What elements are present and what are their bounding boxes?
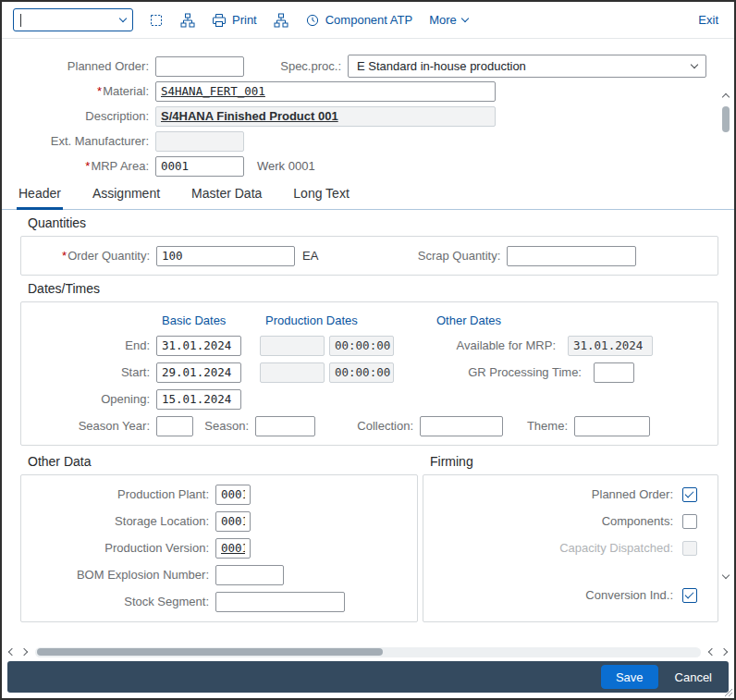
production-plant-label: Production Plant: — [29, 487, 215, 501]
collection-input[interactable] — [420, 416, 503, 436]
dates-times-box: Basic Dates Production Dates Other Dates… — [20, 301, 718, 446]
tab-long-text[interactable]: Long Text — [291, 180, 350, 209]
quantities-section: Quantities *Order Quantity: EA Scrap Qua… — [20, 215, 718, 276]
hierarchy-icon — [274, 13, 288, 28]
ext-manufacturer-label: Ext. Manufacturer: — [17, 134, 155, 148]
other-dates-header: Other Dates — [436, 313, 501, 327]
hscroll-right-arrows[interactable] — [707, 649, 729, 655]
toolbar: Print Component ATP More Exit — [2, 2, 734, 39]
stock-segment-input[interactable] — [215, 592, 345, 612]
horizontal-scroll-track[interactable] — [35, 647, 701, 657]
production-version-row: Production Version: — [29, 534, 410, 561]
printer-icon — [212, 13, 227, 28]
stock-segment-row: Stock Segment: — [29, 588, 410, 615]
more-button[interactable]: More — [428, 11, 469, 29]
season-row: Season Year: Season: Collection: Theme: — [29, 412, 710, 439]
start-production-date-field — [260, 362, 325, 383]
header-form: Planned Order: Spec.proc.: E Standard in… — [2, 39, 734, 180]
scroll-left-arrow-icon[interactable] — [8, 648, 16, 656]
print-button[interactable]: Print — [211, 11, 258, 30]
scroll-up-arrow-icon[interactable] — [723, 83, 729, 103]
mrp-area-input[interactable] — [155, 156, 244, 177]
components-checkbox[interactable] — [682, 514, 697, 529]
production-plant-input[interactable] — [215, 485, 251, 505]
season-label: Season: — [202, 419, 255, 433]
cancel-button[interactable]: Cancel — [666, 665, 721, 689]
dates-times-section: Dates/Times Basic Dates Production Dates… — [20, 281, 718, 446]
gr-processing-time-label: GR Processing Time: — [394, 365, 588, 379]
planned-order-window: Print Component ATP More Exit Plan — [0, 0, 736, 700]
conversion-ind-checkbox[interactable] — [682, 588, 697, 603]
horizontal-scroll-thumb[interactable] — [37, 648, 383, 656]
spec-proc-label: Spec.proc.: — [276, 59, 348, 73]
tab-strip: Header Assignment Master Data Long Text — [2, 180, 734, 210]
chevron-down-icon — [691, 61, 698, 68]
planned-order-checkbox[interactable] — [682, 487, 697, 502]
dotted-square-icon — [149, 13, 164, 28]
scrap-quantity-input[interactable] — [507, 246, 636, 266]
theme-label: Theme: — [523, 419, 574, 433]
end-production-date-field — [260, 336, 325, 356]
planned-order-input[interactable] — [155, 56, 244, 77]
firming-box: Planned Order: Components: Capacity Disp… — [423, 474, 718, 622]
vertical-scroll-thumb[interactable] — [722, 106, 730, 132]
material-input[interactable] — [155, 81, 496, 102]
material-label: *Material: — [17, 84, 155, 98]
ext-manufacturer-field — [155, 131, 244, 152]
scroll-right-arrow-icon[interactable] — [20, 648, 28, 656]
combobox-input[interactable] — [21, 13, 120, 27]
view-combobox[interactable] — [13, 8, 133, 31]
basic-dates-header: Basic Dates — [162, 313, 265, 327]
opening-date-input[interactable] — [156, 389, 241, 410]
season-year-label: Season Year: — [29, 419, 156, 433]
hscroll-left-arrows[interactable] — [7, 649, 29, 655]
clock-icon — [305, 13, 320, 28]
season-input[interactable] — [255, 416, 315, 436]
vertical-scroll-track[interactable] — [722, 103, 730, 564]
content-area: Planned Order: Spec.proc.: E Standard in… — [2, 39, 734, 645]
chevron-down-icon[interactable] — [119, 15, 127, 22]
start-basic-date-input[interactable] — [156, 362, 241, 383]
scroll-right-arrow-icon[interactable] — [720, 648, 728, 656]
scroll-left-arrow-icon[interactable] — [708, 648, 716, 656]
mrp-area-row: *MRP Area: Werk 0001 — [17, 154, 706, 178]
save-button[interactable]: Save — [601, 665, 658, 689]
horizontal-scrollbar[interactable] — [7, 645, 729, 658]
quantities-box: *Order Quantity: EA Scrap Quantity: — [20, 236, 718, 276]
tab-master-data[interactable]: Master Data — [190, 180, 264, 209]
gr-processing-time-input[interactable] — [594, 362, 634, 383]
end-basic-date-input[interactable] — [156, 336, 241, 356]
theme-input[interactable] — [574, 416, 650, 436]
production-version-input[interactable] — [215, 538, 251, 559]
dotted-square-icon-button[interactable] — [148, 11, 165, 30]
tab-header[interactable]: Header — [17, 180, 63, 209]
hierarchy-icon-button-2[interactable] — [273, 11, 289, 30]
description-label: Description: — [17, 109, 155, 123]
order-quantity-input[interactable] — [156, 246, 295, 266]
order-quantity-row: *Order Quantity: EA Scrap Quantity: — [29, 242, 710, 269]
print-label: Print — [232, 13, 257, 27]
storage-location-label: Storage Location: — [29, 514, 215, 528]
planned-order-label: Planned Order: — [17, 59, 155, 73]
production-version-label: Production Version: — [29, 541, 215, 555]
bom-explosion-number-input[interactable] — [215, 565, 284, 585]
season-year-input[interactable] — [156, 416, 193, 436]
firming-components-label: Components: — [602, 514, 673, 528]
hierarchy-icon-button[interactable] — [179, 11, 196, 30]
start-date-row: Start: 00:00:00 GR Processing Time: — [29, 359, 710, 386]
tab-assignment[interactable]: Assignment — [91, 180, 162, 209]
scrap-quantity-label: Scrap Quantity: — [416, 249, 507, 263]
spec-proc-select[interactable]: E Standard in-house production — [348, 55, 706, 78]
description-row: Description: S/4HANA Finished Product 00… — [17, 104, 706, 129]
footer-bar: Save Cancel — [7, 661, 729, 693]
vertical-scrollbar[interactable] — [719, 83, 732, 583]
firming-planned-order-label: Planned Order: — [592, 487, 673, 501]
exit-button[interactable]: Exit — [697, 11, 719, 29]
storage-location-input[interactable] — [215, 511, 251, 532]
firming-title: Firming — [430, 454, 718, 469]
quantities-title: Quantities — [28, 215, 718, 230]
resize-grip[interactable] — [724, 688, 733, 697]
scroll-down-arrow-icon[interactable] — [723, 564, 729, 583]
bottom-sections: Other Data Production Plant: Storage Loc… — [20, 449, 718, 622]
component-atp-button[interactable]: Component ATP — [304, 11, 413, 30]
